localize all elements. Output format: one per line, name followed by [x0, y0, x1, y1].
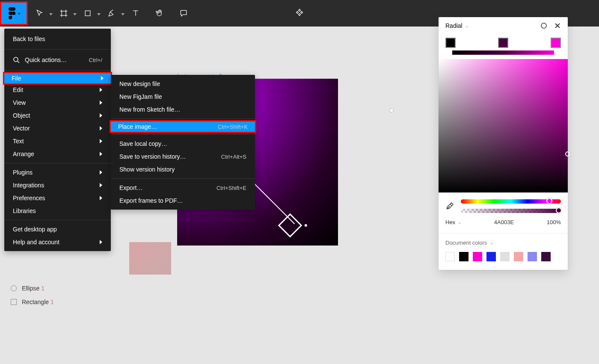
ellipse-icon: [11, 285, 17, 291]
menu-place-image[interactable]: Place image…Ctrl+Shift+K: [110, 120, 256, 133]
document-color-swatches: [445, 252, 561, 261]
menu-export-frames-pdf[interactable]: Export frames to PDF…: [111, 194, 255, 207]
gradient-stop-0[interactable]: [445, 38, 456, 48]
color-swatch[interactable]: [486, 252, 496, 261]
menu-arrange[interactable]: Arrange: [4, 148, 111, 160]
gradient-stops: [439, 34, 568, 48]
menu-libraries[interactable]: Libraries: [4, 204, 111, 217]
svg-point-3: [541, 23, 546, 28]
submenu-arrow-icon: [100, 152, 102, 156]
svg-point-2: [14, 57, 18, 62]
submenu-arrow-icon: [100, 113, 102, 118]
move-tool[interactable]: [30, 3, 50, 24]
color-swatch[interactable]: [514, 252, 523, 261]
menu-separator: [111, 134, 255, 135]
menu-separator: [4, 49, 111, 50]
hue-slider-knob[interactable]: [546, 198, 552, 204]
menu-help[interactable]: Help and account: [4, 236, 111, 249]
close-icon[interactable]: [554, 22, 561, 29]
gradient-type-dropdown[interactable]: Radial⌄: [445, 22, 469, 29]
saturation-value-area[interactable]: [439, 59, 568, 192]
menu-text[interactable]: Text: [4, 135, 111, 148]
layers-list: Ellipse 1 Rectangle 1: [6, 281, 118, 309]
alpha-slider[interactable]: [461, 209, 561, 213]
color-swatch[interactable]: [500, 252, 510, 261]
submenu-arrow-icon: [101, 76, 104, 80]
color-picker-panel: Radial⌄ Hex⌄ 4A003E 100% Document colors…: [439, 17, 568, 270]
gradient-center-handle[interactable]: [389, 108, 394, 112]
alpha-slider-knob[interactable]: [556, 207, 562, 213]
gradient-stop-1[interactable]: [498, 38, 508, 48]
shortcut-label: Ctrl+Shift+E: [216, 185, 246, 191]
submenu-arrow-icon: [100, 240, 102, 244]
menu-new-from-sketch[interactable]: New from Sketch file…: [111, 103, 255, 116]
chevron-down-icon: ▾: [18, 11, 20, 16]
menu-preferences[interactable]: Preferences: [4, 192, 111, 204]
gradient-stop-2[interactable]: [551, 38, 561, 48]
menu-show-version-history[interactable]: Show version history: [111, 163, 255, 176]
menu-new-design-file[interactable]: New design file: [111, 77, 255, 90]
submenu-arrow-icon: [100, 170, 102, 175]
frame-tool[interactable]: [53, 3, 74, 24]
shape-tool[interactable]: [77, 3, 98, 24]
main-menu: Back to files Quick actions… Ctrl+/ File…: [4, 29, 111, 251]
menu-separator: [111, 178, 255, 179]
search-icon: [13, 56, 20, 63]
menu-back-to-files[interactable]: Back to files: [4, 31, 111, 47]
color-swatch[interactable]: [445, 252, 455, 261]
color-picker-handle[interactable]: [565, 151, 570, 157]
menu-file[interactable]: File: [3, 72, 112, 85]
menu-integrations[interactable]: Integrations: [4, 179, 111, 192]
menu-new-figjam-file[interactable]: New FigJam file: [111, 90, 255, 103]
shortcut-label: Ctrl+/: [89, 57, 102, 63]
color-swatch[interactable]: [473, 252, 482, 261]
submenu-arrow-icon: [100, 139, 102, 143]
menu-save-local-copy[interactable]: Save local copy…: [111, 137, 255, 150]
menu-export[interactable]: Export…Ctrl+Shift+E: [111, 181, 255, 194]
menu-separator: [4, 163, 111, 163]
image-thumbnail[interactable]: [129, 242, 171, 275]
color-swatch[interactable]: [528, 252, 537, 261]
color-sliders: [439, 199, 568, 213]
menu-plugins[interactable]: Plugins: [4, 166, 111, 179]
svg-rect-1: [85, 11, 90, 16]
hex-row: Hex⌄ 4A003E 100%: [439, 213, 568, 233]
component-icon: [295, 8, 304, 18]
hand-tool[interactable]: [149, 3, 170, 24]
menu-separator: [111, 118, 255, 119]
menu-get-desktop-app[interactable]: Get desktop app: [4, 223, 111, 236]
chevron-down-icon: ⌄: [465, 24, 469, 28]
color-swatch[interactable]: [541, 252, 551, 261]
submenu-arrow-icon: [100, 183, 102, 187]
layer-index: 1: [50, 299, 54, 305]
text-tool[interactable]: [125, 3, 146, 24]
svg-point-0: [12, 12, 15, 15]
rotate-icon[interactable]: [540, 22, 547, 29]
color-swatch[interactable]: [459, 252, 469, 261]
menu-view[interactable]: View: [4, 96, 111, 109]
chevron-down-icon: ⌄: [490, 240, 493, 245]
opacity-input[interactable]: 100%: [547, 219, 561, 225]
submenu-arrow-icon: [100, 126, 102, 130]
menu-object[interactable]: Object: [4, 109, 111, 122]
menu-quick-actions[interactable]: Quick actions… Ctrl+/: [4, 52, 111, 68]
menu-separator: [4, 220, 111, 220]
submenu-arrow-icon: [100, 196, 102, 200]
layer-rectangle[interactable]: Rectangle 1: [6, 295, 118, 309]
comment-tool[interactable]: [173, 3, 194, 24]
menu-edit[interactable]: Edit: [4, 83, 111, 96]
menu-vector[interactable]: Vector: [4, 122, 111, 135]
panel-separator: [439, 233, 568, 234]
hex-value-input[interactable]: 4A003E: [494, 219, 514, 225]
main-menu-button[interactable]: ▾: [0, 1, 28, 25]
hue-slider[interactable]: [461, 199, 561, 204]
color-mode-dropdown[interactable]: Hex⌄: [445, 219, 461, 225]
gradient-bar[interactable]: [452, 50, 554, 55]
submenu-arrow-icon: [100, 101, 102, 105]
pen-tool[interactable]: [101, 3, 122, 24]
document-colors-dropdown[interactable]: Document colors⌄: [445, 240, 561, 246]
color-panel-header: Radial⌄: [439, 17, 568, 34]
eyedropper-icon[interactable]: [445, 202, 454, 210]
layer-ellipse[interactable]: Ellipse 1: [6, 281, 118, 295]
menu-save-version-history[interactable]: Save to version history…Ctrl+Alt+S: [111, 150, 255, 163]
